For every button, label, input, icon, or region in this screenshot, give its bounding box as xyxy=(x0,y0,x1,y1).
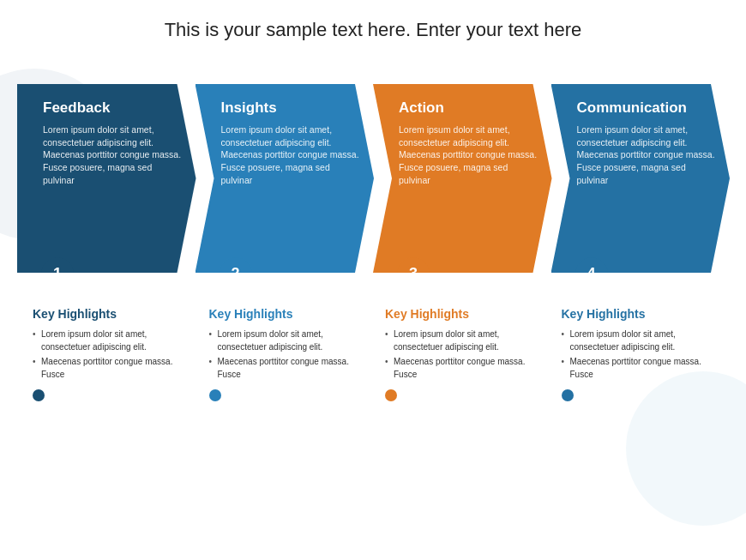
highlight-dot-4 xyxy=(562,389,574,401)
highlight-item-4: Key HighlightsLorem ipsum dolor sit amet… xyxy=(550,307,726,401)
highlight-dot-3 xyxy=(385,389,397,401)
arrows-row: FeedbackLorem ipsum dolor sit amet, cons… xyxy=(17,84,729,273)
highlight-bullets-1: Lorem ipsum dolor sit amet, consectetuer… xyxy=(33,328,189,381)
highlight-bullets-4: Lorem ipsum dolor sit amet, consectetuer… xyxy=(562,328,718,381)
page-title: This is your sample text here. Enter you… xyxy=(0,0,746,50)
highlight-bullet-3-1: Lorem ipsum dolor sit amet, consectetuer… xyxy=(385,328,541,353)
highlight-bullet-2-1: Lorem ipsum dolor sit amet, consectetuer… xyxy=(209,328,365,353)
highlight-title-1: Key Highlights xyxy=(33,307,189,321)
arrow-title-action: Action xyxy=(399,99,538,117)
highlight-title-2: Key Highlights xyxy=(209,307,365,321)
arrow-item-communication: CommunicationLorem ipsum dolor sit amet,… xyxy=(551,84,731,273)
highlight-dot-2 xyxy=(209,389,221,401)
circle-number-insights: 2 xyxy=(220,257,252,290)
highlight-bullet-4-2: Maecenas porttitor congue massa. Fusce xyxy=(562,355,718,381)
arrow-item-action: ActionLorem ipsum dolor sit amet, consec… xyxy=(373,84,552,273)
highlight-item-2: Key HighlightsLorem ipsum dolor sit amet… xyxy=(197,307,374,401)
highlight-bullets-3: Lorem ipsum dolor sit amet, consectetuer… xyxy=(385,328,541,381)
highlight-bullet-1-2: Maecenas porttitor congue massa. Fusce xyxy=(33,355,189,381)
arrow-item-insights: InsightsLorem ipsum dolor sit amet, cons… xyxy=(196,84,375,273)
highlight-bullets-2: Lorem ipsum dolor sit amet, consectetuer… xyxy=(209,328,365,381)
arrow-title-insights: Insights xyxy=(221,99,361,117)
highlight-bullet-2-2: Maecenas porttitor congue massa. Fusce xyxy=(209,355,365,381)
arrow-title-communication: Communication xyxy=(577,99,717,117)
highlight-bullet-4-1: Lorem ipsum dolor sit amet, consectetuer… xyxy=(562,328,718,353)
circle-number-feedback: 1 xyxy=(41,257,74,290)
highlight-item-3: Key HighlightsLorem ipsum dolor sit amet… xyxy=(373,307,550,401)
arrow-body-communication: Lorem ipsum dolor sit amet, consectetuer… xyxy=(577,123,717,186)
circle-number-action: 3 xyxy=(397,257,430,290)
highlight-bullet-3-2: Maecenas porttitor congue massa. Fusce xyxy=(385,355,541,381)
circle-number-communication: 4 xyxy=(575,257,608,290)
highlights-row: Key HighlightsLorem ipsum dolor sit amet… xyxy=(17,307,729,401)
arrow-title-feedback: Feedback xyxy=(43,99,183,117)
arrow-item-feedback: FeedbackLorem ipsum dolor sit amet, cons… xyxy=(17,84,196,273)
highlight-title-3: Key Highlights xyxy=(385,307,541,321)
highlight-dot-1 xyxy=(33,389,45,401)
highlight-item-1: Key HighlightsLorem ipsum dolor sit amet… xyxy=(21,307,197,401)
arrow-body-feedback: Lorem ipsum dolor sit amet, consectetuer… xyxy=(43,123,183,186)
highlight-bullet-1-1: Lorem ipsum dolor sit amet, consectetuer… xyxy=(33,328,189,353)
arrow-body-action: Lorem ipsum dolor sit amet, consectetuer… xyxy=(399,123,538,186)
highlight-title-4: Key Highlights xyxy=(562,307,718,321)
arrow-body-insights: Lorem ipsum dolor sit amet, consectetuer… xyxy=(221,123,361,186)
main-content: FeedbackLorem ipsum dolor sit amet, cons… xyxy=(0,50,746,401)
